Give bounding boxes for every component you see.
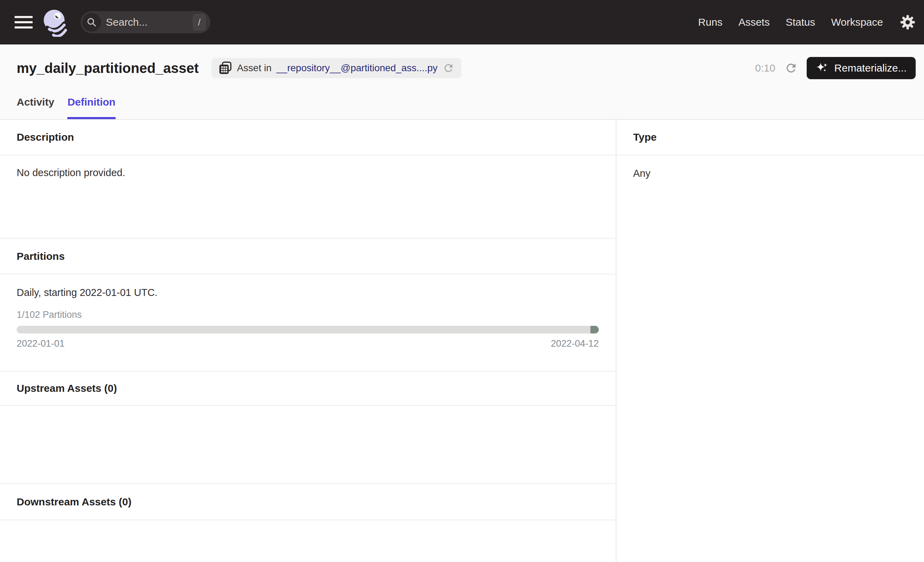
menu-button[interactable] [15,16,33,29]
type-value: Any [616,155,924,179]
tab-bar: Activity Definition [16,96,116,119]
page-title: my_daily_partitioned_asset [16,60,199,76]
description-section-header: Description [0,120,616,155]
asset-location-badge: Asset in __repository__@partitioned_ass.… [212,58,461,78]
hamburger-icon [15,26,33,29]
rematerialize-label: Rematerialize... [834,62,907,74]
downstream-assets-body [0,520,616,562]
reload-repository-icon[interactable] [442,62,454,74]
navbar-links: Runs Assets Status Workspace [698,17,883,28]
repository-link[interactable]: __repository__@partitioned_ass....py [276,63,437,74]
upstream-assets-body [0,406,616,484]
search-input[interactable] [106,17,172,28]
nav-link-status[interactable]: Status [786,17,815,28]
partition-range-row: 2022-01-01 2022-04-12 [16,338,599,349]
main-content: Description No description provided. Par… [0,120,924,562]
downstream-assets-header: Downstream Assets (0) [0,484,616,520]
header-actions: 0:10 Rematerialize... [755,57,916,79]
definition-column: Description No description provided. Par… [0,120,616,562]
title-row: my_daily_partitioned_asset Asset in __re… [0,45,924,79]
hamburger-icon [15,16,33,18]
nav-link-workspace[interactable]: Workspace [831,17,883,28]
partition-progress-label: 1/102 Partitions [16,310,599,320]
partition-progress-fill [590,326,599,334]
partition-schedule-text: Daily, starting 2022-01-01 UTC. [16,287,599,298]
search-shortcut-badge: / [193,14,206,30]
hamburger-icon [15,21,33,23]
asset-badge-prefix: Asset in [237,63,272,74]
search-icon [82,13,101,32]
partition-range-start: 2022-01-01 [16,338,64,349]
type-column: Type Any [616,120,924,562]
description-body: No description provided. [0,155,616,239]
top-navbar: / Runs Assets Status Workspace [0,0,924,45]
tab-definition[interactable]: Definition [68,96,115,119]
partition-progress-bar [16,326,599,334]
partitions-body: Daily, starting 2022-01-01 UTC. 1/102 Pa… [0,274,616,372]
rematerialize-button[interactable]: Rematerialize... [807,57,916,79]
search-box[interactable]: / [81,11,210,33]
partitions-section-header: Partitions [0,239,616,274]
dagster-logo-icon[interactable] [41,8,70,37]
tab-activity[interactable]: Activity [16,96,54,119]
settings-button[interactable] [900,14,916,30]
nav-link-assets[interactable]: Assets [738,17,770,28]
refresh-countdown: 0:10 [755,62,775,74]
repository-icon [218,61,232,75]
refresh-icon[interactable] [784,62,798,75]
nav-link-runs[interactable]: Runs [698,17,722,28]
gear-icon [900,14,916,30]
page-header: my_daily_partitioned_asset Asset in __re… [0,45,924,120]
upstream-assets-header: Upstream Assets (0) [0,372,616,406]
sparkle-icon [816,62,829,75]
partition-range-end: 2022-04-12 [551,338,599,349]
type-section-header: Type [616,120,924,155]
